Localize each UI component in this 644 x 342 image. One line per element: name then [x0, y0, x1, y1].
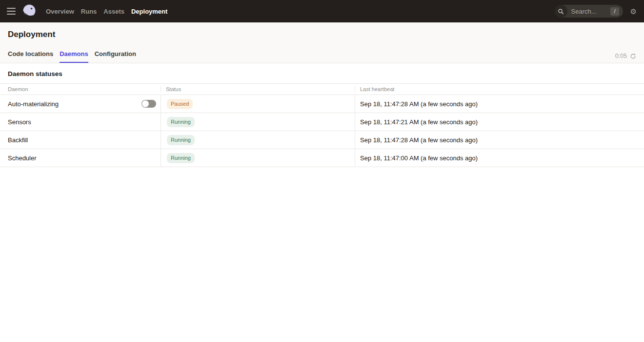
column-header-daemon: Daemon	[0, 86, 161, 92]
tab-daemons[interactable]: Daemons	[60, 50, 88, 63]
last-heartbeat: Sep 18, 11:47:28 AM (a few seconds ago)	[355, 95, 644, 113]
last-heartbeat: Sep 18, 11:47:28 AM (a few seconds ago)	[355, 131, 644, 149]
main-content: Daemon statuses Daemon Status Last heart…	[0, 63, 644, 167]
main-nav: Overview Runs Assets Deployment	[46, 8, 167, 15]
nav-item-assets[interactable]: Assets	[103, 8, 124, 15]
status-badge: Paused	[167, 99, 193, 109]
page-header: Deployment Code locations Daemons Config…	[0, 22, 644, 63]
last-heartbeat: Sep 18, 11:47:21 AM (a few seconds ago)	[355, 113, 644, 131]
table-row: Scheduler Running Sep 18, 11:47:00 AM (a…	[0, 149, 644, 167]
table-row: Sensors Running Sep 18, 11:47:21 AM (a f…	[0, 113, 644, 131]
search-placeholder: Search...	[571, 8, 611, 15]
table-row: Auto-materializing Paused Sep 18, 11:47:…	[0, 95, 644, 113]
column-header-heartbeat: Last heartbeat	[355, 86, 644, 92]
top-navigation-bar: Overview Runs Assets Deployment Search..…	[0, 0, 644, 22]
daemon-name: Backfill	[8, 136, 28, 144]
table-row: Backfill Running Sep 18, 11:47:28 AM (a …	[0, 131, 644, 149]
daemon-name: Scheduler	[8, 154, 37, 162]
search-icon	[555, 5, 567, 18]
column-header-status: Status	[161, 86, 355, 92]
nav-item-runs[interactable]: Runs	[81, 8, 97, 15]
tab-configuration[interactable]: Configuration	[95, 50, 136, 63]
refresh-control[interactable]: 0:05	[615, 53, 636, 59]
refresh-countdown: 0:05	[615, 53, 627, 59]
refresh-icon[interactable]	[630, 53, 636, 59]
settings-gear-icon[interactable]: ⚙	[630, 8, 637, 15]
search-input[interactable]: Search... /	[555, 5, 623, 18]
status-badge: Running	[167, 153, 195, 163]
daemon-name: Auto-materializing	[8, 100, 59, 108]
daemon-name: Sensors	[8, 118, 31, 126]
section-title: Daemon statuses	[0, 63, 644, 83]
nav-item-deployment[interactable]: Deployment	[131, 8, 167, 15]
auto-materializing-toggle[interactable]	[141, 100, 156, 108]
page-title: Deployment	[0, 22, 644, 39]
hamburger-menu-icon[interactable]	[7, 8, 16, 15]
last-heartbeat: Sep 18, 11:47:00 AM (a few seconds ago)	[355, 149, 644, 167]
tab-code-locations[interactable]: Code locations	[8, 50, 53, 63]
table-header-row: Daemon Status Last heartbeat	[0, 83, 644, 95]
tab-bar: Code locations Daemons Configuration	[0, 39, 644, 63]
topbar-right-group: Search... / ⚙	[555, 5, 637, 18]
status-badge: Running	[167, 135, 195, 145]
nav-item-overview[interactable]: Overview	[46, 8, 74, 15]
status-badge: Running	[167, 117, 195, 127]
daemon-statuses-table: Daemon Status Last heartbeat Auto-materi…	[0, 83, 644, 167]
dagster-logo-icon[interactable]	[22, 4, 37, 19]
search-shortcut-badge: /	[610, 7, 619, 16]
